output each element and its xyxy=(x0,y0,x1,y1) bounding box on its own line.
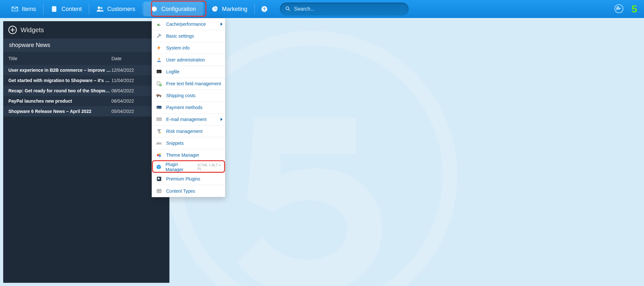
mail-icon xyxy=(156,116,162,123)
menu-item-label: Logfile xyxy=(166,69,179,74)
nav-item-customers[interactable]: Customers xyxy=(89,0,142,18)
premium-icon xyxy=(156,176,162,182)
menu-item-label: User administration xyxy=(166,57,205,62)
nav-label: Configuration xyxy=(161,6,196,13)
search-icon xyxy=(285,6,291,13)
funnel-warning-icon: ! xyxy=(156,128,162,134)
widgets-panel: Widgets shopware News Title Date User ex… xyxy=(3,21,169,283)
news-row-title: Recap: Get ready for round two of the Sh… xyxy=(8,88,111,93)
help-icon: ? xyxy=(260,5,268,13)
svg-point-7 xyxy=(286,7,289,10)
news-panel-header: shopware News xyxy=(3,39,169,52)
menu-item-label: Cache/performance xyxy=(166,22,206,27)
chevron-right-icon xyxy=(221,118,223,121)
menu-item-e-mail-management[interactable]: E-mail management xyxy=(152,114,225,125)
nav-item-marketing[interactable]: Marketing xyxy=(204,0,254,18)
svg-text:?: ? xyxy=(263,7,266,12)
nav-label: Marketing xyxy=(222,6,247,13)
gear-icon xyxy=(150,5,158,13)
menu-item-logfile[interactable]: >_Logfile xyxy=(152,66,225,78)
user-icon xyxy=(156,57,162,63)
news-row[interactable]: User experience in B2B commerce – improv… xyxy=(3,65,169,75)
envelope-icon xyxy=(11,5,19,13)
svg-point-2 xyxy=(98,6,100,9)
menu-item-premium-plugins[interactable]: Premium Plugins xyxy=(152,173,225,185)
menu-item-content-types[interactable]: Content Types xyxy=(152,185,225,197)
news-row[interactable]: Shopware 6 Release News – April 202205/0… xyxy=(3,106,169,116)
card-icon xyxy=(156,104,162,111)
menu-item-theme-manager[interactable]: Theme Manager xyxy=(152,149,225,161)
truck-icon xyxy=(156,92,162,99)
nav-group: Items Content Customers Configuration xyxy=(4,0,409,18)
menu-item-label: Shipping costs xyxy=(166,93,195,98)
news-row-title: Get started with migration to Shopware –… xyxy=(8,78,111,83)
menu-item-basic-settings[interactable]: Basic settings xyxy=(152,30,225,42)
version-5-icon[interactable]: 5 xyxy=(629,3,640,15)
nav-item-configuration[interactable]: Configuration xyxy=(143,2,203,16)
news-row-title: PayPal launches new product xyxy=(8,98,111,104)
news-panel-title: shopware News xyxy=(9,42,50,49)
svg-rect-0 xyxy=(52,6,56,12)
svg-point-3 xyxy=(100,7,102,9)
nav-label: Content xyxy=(62,6,82,13)
svg-rect-20 xyxy=(157,106,162,109)
menu-item-label: E-mail management xyxy=(166,117,206,122)
news-table-body: User experience in B2B commerce – improv… xyxy=(3,65,169,116)
nav-label: Customers xyxy=(107,6,135,13)
news-table-header: Title Date xyxy=(3,52,169,65)
menu-item-cache-performance[interactable]: Cache/performance xyxy=(152,18,225,30)
configuration-dropdown: Cache/performanceBasic settingsSystem in… xyxy=(152,18,225,197)
svg-rect-17 xyxy=(156,94,159,96)
menu-item-payment-methods[interactable]: Payment methods xyxy=(152,102,225,114)
bolt-icon xyxy=(156,45,162,51)
menu-item-risk-management[interactable]: !Risk management xyxy=(152,125,225,137)
search-box[interactable] xyxy=(280,3,409,15)
menu-item-label: Plugin Manager xyxy=(166,162,192,172)
nav-item-items[interactable]: Items xyxy=(4,0,43,18)
plus-circle-icon xyxy=(8,26,17,34)
news-row[interactable]: Get started with migration to Shopware –… xyxy=(3,75,169,86)
menu-item-shortcut: (CTRL + ALT + P) xyxy=(197,163,221,171)
shopware-logo-icon[interactable] xyxy=(614,4,624,14)
menu-item-label: Risk management xyxy=(166,129,203,134)
svg-rect-23 xyxy=(157,118,162,121)
abc-icon: abc xyxy=(156,140,162,146)
topnav-right: 5 xyxy=(614,3,640,15)
news-row-title: Shopware 6 Release News – April 2022 xyxy=(8,109,111,114)
svg-point-27 xyxy=(159,155,161,157)
pie-chart-icon xyxy=(211,5,219,13)
wrench-icon xyxy=(156,33,162,39)
package-icon xyxy=(156,164,162,170)
menu-item-system-info[interactable]: System info xyxy=(152,42,225,54)
menu-item-snippets[interactable]: abcSnippets xyxy=(152,137,225,149)
nav-item-help[interactable]: ? xyxy=(255,0,274,18)
menu-item-label: Snippets xyxy=(166,141,184,146)
menu-item-label: Premium Plugins xyxy=(166,176,200,181)
menu-item-label: System info xyxy=(166,45,190,51)
nav-label: Items xyxy=(22,6,36,13)
terminal-icon: >_ xyxy=(156,69,162,75)
col-title-header: Title xyxy=(8,56,111,61)
widgets-title: Widgets xyxy=(21,26,44,34)
nav-item-content[interactable]: Content xyxy=(43,0,89,18)
svg-point-12 xyxy=(158,58,160,60)
news-row[interactable]: PayPal launches new product06/04/2022 xyxy=(3,96,169,106)
news-row[interactable]: Recap: Get ready for round two of the Sh… xyxy=(3,86,169,96)
menu-item-free-text-field-management[interactable]: Free text field management xyxy=(152,78,225,90)
search-input[interactable] xyxy=(294,6,403,12)
svg-rect-22 xyxy=(157,108,159,109)
palette-icon xyxy=(156,152,162,158)
widgets-header[interactable]: Widgets xyxy=(3,21,169,39)
news-row-title: User experience in B2B commerce – improv… xyxy=(8,68,111,73)
chevron-right-icon xyxy=(221,23,223,26)
menu-item-label: Theme Manager xyxy=(166,152,199,158)
nav-separator xyxy=(142,4,143,14)
menu-item-label: Payment methods xyxy=(166,105,203,110)
menu-item-plugin-manager[interactable]: Plugin Manager(CTRL + ALT + P) xyxy=(152,161,225,173)
menu-item-shipping-costs[interactable]: Shipping costs xyxy=(152,90,225,102)
users-icon xyxy=(96,5,104,13)
menu-item-label: Free text field management xyxy=(166,81,221,86)
svg-point-19 xyxy=(160,96,161,97)
note-icon xyxy=(51,5,58,13)
menu-item-user-administration[interactable]: User administration xyxy=(152,54,225,66)
